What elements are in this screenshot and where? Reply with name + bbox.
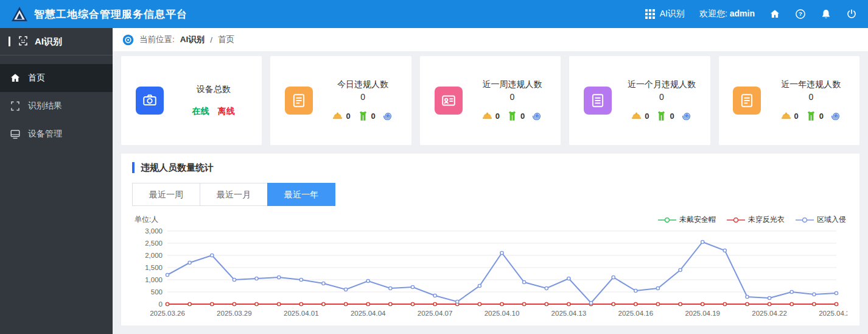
vest-count: 0 <box>520 112 525 121</box>
card-title: 设备总数 <box>180 84 248 95</box>
stat-card-today-violations: 今日违规人数 0 0 0 <box>270 56 411 145</box>
vest-icon <box>357 110 369 122</box>
home-icon[interactable] <box>769 9 780 20</box>
menu-indicator <box>9 37 10 46</box>
app-root: 智慧工地综合管理服务信息平台 AI识别 欢迎您:admin ? AI识别 首页识… <box>0 0 868 334</box>
legend-marker-icon <box>658 217 676 223</box>
tab-range-1[interactable]: 最近一月 <box>200 183 268 206</box>
camera-icon <box>136 87 164 115</box>
vest-icon <box>656 110 667 122</box>
breadcrumb-separator: / <box>210 35 212 44</box>
offline-label: 离线 <box>218 106 235 117</box>
stat-card-month-violations: 近一个月违规人数 0 0 0 <box>569 56 710 145</box>
spiral-icon <box>681 110 693 122</box>
sidebar-item-label: 首页 <box>28 73 45 84</box>
app-title: 智慧工地综合管理服务信息平台 <box>34 7 187 21</box>
legend-item[interactable]: 未戴安全帽 <box>658 215 716 225</box>
helmet-icon <box>780 110 792 122</box>
location-icon <box>122 34 134 46</box>
main-content: 当前位置: AI识别 / 首页 设备总数 在线 离线 今日违规人数 0 0 0 … <box>113 28 868 334</box>
sidebar-item-label: 识别结果 <box>28 101 62 112</box>
unit-label: 单位:人 <box>135 215 158 225</box>
card-title: 近一个月违规人数 <box>628 79 696 90</box>
chart-legend: 未戴安全帽未穿反光衣区域入侵 <box>658 215 846 225</box>
vest-count: 0 <box>670 112 674 121</box>
legend-item[interactable]: 未穿反光衣 <box>727 215 785 225</box>
legend-marker-icon <box>796 217 814 223</box>
card-title: 今日违规人数 <box>329 79 397 90</box>
vest-count: 0 <box>819 112 824 121</box>
svg-text:2025.04.01: 2025.04.01 <box>284 310 319 317</box>
svg-text:2025.03.26: 2025.03.26 <box>150 310 185 317</box>
chart-section-title: 违规人员数量统计 <box>132 162 849 173</box>
chart-range-tabs: 最近一周最近一月最近一年 <box>132 183 849 206</box>
sidebar-item-recognition-results[interactable]: 识别结果 <box>0 92 113 120</box>
stat-card-year-violations: 近一年违规人数 0 0 0 <box>719 56 859 145</box>
svg-text:?: ? <box>799 10 802 17</box>
svg-text:2025.04.16: 2025.04.16 <box>618 310 654 317</box>
welcome-text: 欢迎您:admin <box>699 9 755 20</box>
sidebar-item-home[interactable]: 首页 <box>0 64 113 92</box>
device-icon <box>10 129 21 140</box>
helmet-count: 0 <box>645 112 649 121</box>
svg-text:500: 500 <box>151 288 163 296</box>
helmet-icon <box>332 110 343 122</box>
breadcrumb-current[interactable]: 首页 <box>218 34 234 45</box>
sidebar-header[interactable]: AI识别 <box>0 28 113 55</box>
svg-text:2025.04.22: 2025.04.22 <box>752 310 787 317</box>
svg-text:2025.04.04: 2025.04.04 <box>351 310 386 317</box>
bell-icon[interactable] <box>821 9 831 20</box>
sidebar-title: AI识别 <box>35 36 62 48</box>
tab-range-2[interactable]: 最近一年 <box>267 183 335 206</box>
logo-icon <box>11 5 28 23</box>
sidebar: AI识别 首页识别结果设备管理 <box>0 28 113 334</box>
svg-text:2025.04.25: 2025.04.25 <box>819 310 847 317</box>
doc-edit-icon <box>733 87 761 115</box>
sidebar-item-label: 设备管理 <box>28 129 62 140</box>
online-label: 在线 <box>192 106 209 117</box>
svg-text:1,500: 1,500 <box>145 264 163 271</box>
svg-text:3,000: 3,000 <box>145 227 163 235</box>
sidebar-menu: 首页识别结果设备管理 <box>0 55 113 148</box>
spiral-icon <box>531 110 543 122</box>
svg-text:0: 0 <box>159 300 163 308</box>
stat-card-device-total: 设备总数 在线 离线 <box>121 56 262 145</box>
vest-count: 0 <box>371 112 376 121</box>
legend-item[interactable]: 区域入侵 <box>796 215 846 225</box>
vest-icon <box>805 110 817 122</box>
id-card-icon <box>435 87 463 115</box>
tab-range-0[interactable]: 最近一周 <box>132 183 200 206</box>
card-value: 0 <box>478 92 547 102</box>
help-icon[interactable]: ? <box>795 9 806 20</box>
card-value: 0 <box>777 92 845 102</box>
svg-text:2,500: 2,500 <box>145 240 163 247</box>
module-switcher[interactable]: AI识别 <box>645 9 685 20</box>
legend-label: 区域入侵 <box>817 215 846 225</box>
legend-label: 未戴安全帽 <box>679 215 716 225</box>
spiral-icon <box>830 110 842 122</box>
card-title: 近一周违规人数 <box>478 79 547 90</box>
svg-text:2025.03.29: 2025.03.29 <box>217 310 252 317</box>
svg-text:1,000: 1,000 <box>145 276 163 283</box>
breadcrumb-section[interactable]: AI识别 <box>180 34 205 45</box>
app-header: 智慧工地综合管理服务信息平台 AI识别 欢迎您:admin ? <box>0 0 868 28</box>
username: admin <box>730 9 755 18</box>
grid-icon <box>645 9 655 19</box>
card-value: 0 <box>628 92 696 102</box>
sidebar-item-device-management[interactable]: 设备管理 <box>0 120 113 148</box>
card-value: 0 <box>329 92 397 102</box>
chart-card: 违规人员数量统计 最近一周最近一月最近一年 单位:人 未戴安全帽未穿反光衣区域入… <box>121 154 859 325</box>
card-title: 近一年违规人数 <box>777 79 845 90</box>
svg-text:2025.04.07: 2025.04.07 <box>418 310 453 317</box>
power-icon[interactable] <box>846 9 857 20</box>
helmet-count: 0 <box>495 112 500 121</box>
svg-text:2025.04.10: 2025.04.10 <box>485 310 520 317</box>
ai-face-icon <box>18 35 29 48</box>
svg-text:2025.04.19: 2025.04.19 <box>685 310 720 317</box>
doc-lines-icon <box>584 87 612 115</box>
helmet-count: 0 <box>346 112 350 121</box>
welcome-prefix: 欢迎您: <box>699 9 727 18</box>
doc-edit-icon <box>285 87 313 115</box>
spiral-icon <box>382 110 394 122</box>
home-icon <box>10 73 21 84</box>
